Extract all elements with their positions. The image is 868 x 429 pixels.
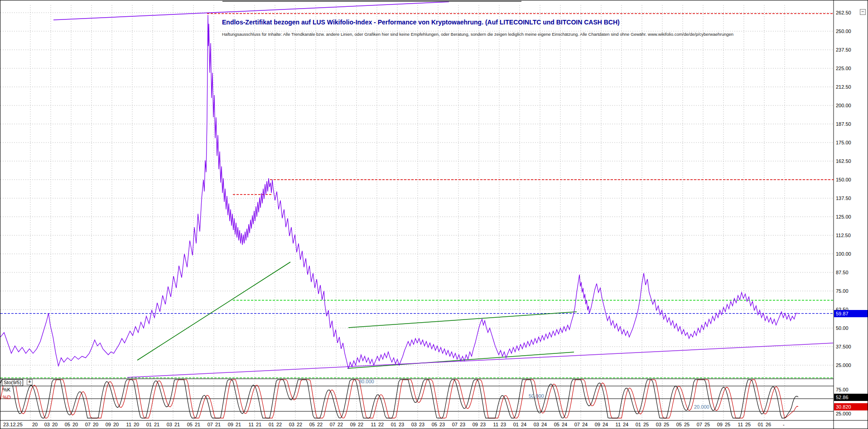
time-axis-label: 22 [338,422,343,427]
time-axis-label: 25 [684,422,690,427]
stochastic-level-label: 50.000 [529,393,544,399]
time-axis-label: 23 [501,422,506,427]
time-axis-label: 21 [174,422,180,427]
stochastic-level-label: 20.000 [694,404,709,410]
chart-disclaimer: Haftungsausschluss für Inhalte: Alle Tre… [222,32,733,37]
price-axis-label: 175.00 [836,140,851,145]
crypto-wikifolio-chart: Endlos-Zertifikat bezogen auf LUS Wikifo… [0,0,868,429]
time-axis-label: 23 [460,422,465,427]
time-axis-label: 20 [32,422,38,427]
time-axis-label: 24 [562,422,567,427]
stochastic-d-value-tag: 30.820 [834,403,868,410]
time-axis-label: 11 [488,422,498,427]
time-axis-label: 25 [704,422,710,427]
price-axis-label: 137.50 [836,195,851,201]
time-axis-label: 03 [40,422,50,427]
time-axis-label: 23 [399,422,404,427]
price-axis-label: 112.50 [836,233,851,238]
stochastic-k-label: %K [3,387,10,392]
time-axis-label: 22 [317,422,323,427]
price-axis-label: 225.00 [836,66,851,71]
time-axis-label: 26 [766,422,771,427]
price-line [0,15,799,369]
price-axis-label: 212.50 [836,84,851,90]
time-axis-label: 03 [529,422,539,427]
time-axis-label: 03 [285,422,294,427]
stochastic-axis-label: 75.00 [836,387,849,392]
time-axis-label: 07 [81,422,91,427]
time-axis-label: 25 [745,422,751,427]
time-axis-label: 07 [203,422,213,427]
price-axis-label: 262.50 [836,10,851,15]
collapse-panel-icon[interactable]: − [860,9,866,15]
time-axis-label: 25 [725,422,730,427]
stochastic-d-label: %D [3,395,11,400]
time-axis-label: 24 [582,422,588,427]
time-axis-label: 24 [521,422,526,427]
time-axis-label: 20 [52,422,58,427]
time-axis-label: 05 [672,422,682,427]
time-axis-label: 09 [101,422,111,427]
time-axis-label: 05 [183,422,193,427]
time-axis-label: 23.12.25 [3,422,23,427]
time-axis-label: 05 [550,422,559,427]
time-axis-label: 07 [692,422,702,427]
time-axis-label: 21 [256,422,261,427]
time-axis-label: 07 [570,422,580,427]
stochastic-indicator-label[interactable]: Sto(9/5) [2,379,23,386]
time-axis-label: 24 [541,422,547,427]
time-axis-label: 03 [407,422,417,427]
time-axis-label: 22 [378,422,384,427]
time-axis-label: 01 [631,422,641,427]
time-axis-label: 11 [611,422,621,427]
stochastic-k-value-tag: 52.86 [834,394,868,401]
time-axis-label: 11 [733,422,743,427]
time-axis-label: 05 [305,422,315,427]
time-axis-label: 07 [448,422,458,427]
time-axis-label: 01 [264,422,274,427]
chart-title: Endlos-Zertifikat bezogen auf LUS Wikifo… [222,19,620,26]
time-axis-label: 20 [93,422,98,427]
price-axis-label: 187.50 [836,121,851,127]
price-axis-label: 237.50 [836,47,851,52]
time-axis-label: 11 [121,422,131,427]
stochastic-axis-label: 25.000 [836,411,851,416]
time-axis-label: 05 [60,422,70,427]
price-axis-label: 125.00 [836,214,851,219]
time-axis-label: 05 [427,422,437,427]
expand-indicator-icon[interactable]: + [27,379,33,385]
price-axis-label: 100.00 [836,251,851,257]
time-axis-label: 01 [142,422,152,427]
price-chart-canvas[interactable] [0,0,868,429]
time-axis-label: 22 [276,422,282,427]
price-axis-label: 162.50 [836,158,851,164]
time-axis-label: 03 [162,422,172,427]
time-axis-label: 09 [468,422,478,427]
time-axis-label: 11 [244,422,254,427]
time-axis-label: 09 [346,422,356,427]
time-axis-label: 20 [113,422,119,427]
time-axis-label: 21 [195,422,200,427]
time-axis-label: 22 [297,422,302,427]
time-axis-label: 23 [480,422,486,427]
price-axis-label: 75.00 [836,288,849,294]
time-axis-label: 01 [509,422,519,427]
time-axis-label: 22 [358,422,363,427]
time-axis-label: 01 [753,422,763,427]
time-axis-label: 25 [664,422,669,427]
time-axis-label: 01 [386,422,396,427]
last-price-tag: 59.87 [834,310,868,317]
time-axis-label: 23 [439,422,445,427]
price-axis-label: 200.00 [836,103,851,108]
time-axis-label: - [783,422,785,427]
time-axis-label: 21 [215,422,221,427]
time-axis-label: 21 [236,422,241,427]
time-axis-label: 03 [651,422,661,427]
price-axis-label: 87.50 [836,270,849,275]
price-axis-label: 50.00 [836,325,849,331]
time-axis-label: 24 [603,422,608,427]
time-axis-label: 09 [590,422,600,427]
time-axis-label: 07 [325,422,335,427]
time-axis-label: 09 [223,422,233,427]
time-axis-label: 09 [713,422,723,427]
